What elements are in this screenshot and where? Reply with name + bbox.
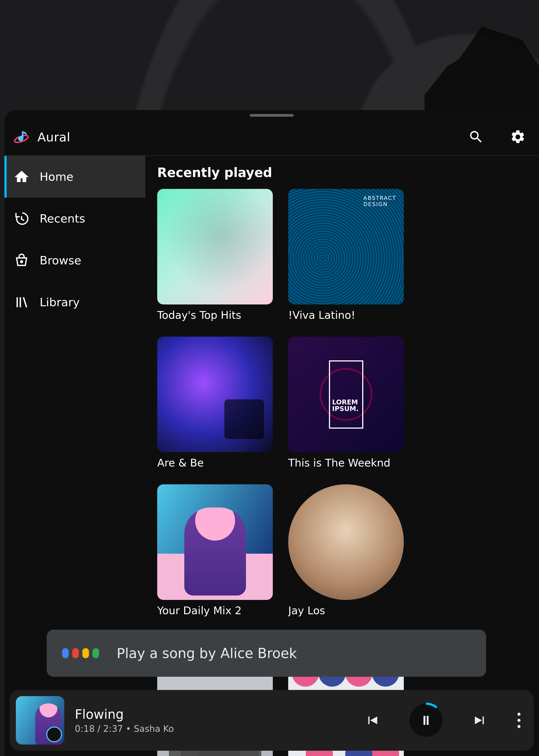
more-options-button[interactable] bbox=[517, 713, 520, 728]
card-label: !Viva Latino! bbox=[288, 309, 404, 321]
art-overlay-subtext: DESIGN bbox=[363, 201, 396, 207]
app-logo-icon bbox=[13, 129, 30, 145]
skip-previous-button[interactable] bbox=[363, 712, 381, 729]
art-overlay-text bbox=[329, 360, 363, 429]
playlist-card[interactable]: ABSTRACTDESIGN !Viva Latino! bbox=[288, 189, 404, 321]
assistant-logo-icon bbox=[62, 648, 99, 658]
home-icon bbox=[14, 169, 29, 184]
album-art: ABSTRACTDESIGN bbox=[288, 189, 404, 304]
now-playing-controls bbox=[363, 704, 520, 737]
now-playing-bar[interactable]: Flowing 0:18 / 2:37 • Sasha Ko bbox=[10, 690, 534, 751]
playlist-card[interactable]: This is The Weeknd bbox=[288, 337, 404, 469]
now-playing-meta: Flowing 0:18 / 2:37 • Sasha Ko bbox=[75, 707, 174, 734]
card-label: Jay Los bbox=[288, 604, 404, 617]
skip-next-button[interactable] bbox=[471, 712, 489, 729]
section-title-recently-played: Recently played bbox=[157, 165, 527, 180]
art-overlay-text: ABSTRACT bbox=[363, 195, 396, 201]
settings-button[interactable] bbox=[509, 128, 527, 146]
more-vert-icon bbox=[517, 713, 520, 716]
now-playing-artist: Sasha Ko bbox=[134, 723, 174, 734]
sidebar-item-recents[interactable]: Recents bbox=[4, 198, 145, 240]
app-title: Aural bbox=[38, 130, 70, 144]
sidebar-item-home[interactable]: Home bbox=[4, 156, 145, 198]
sidebar-item-library[interactable]: Library bbox=[4, 281, 145, 323]
app-header: Aural bbox=[4, 118, 539, 156]
album-art bbox=[157, 189, 273, 304]
album-art bbox=[157, 484, 273, 600]
svg-point-2 bbox=[20, 261, 23, 263]
history-icon bbox=[14, 211, 29, 226]
playlist-card[interactable]: Are & Be bbox=[157, 337, 273, 469]
now-playing-duration: 2:37 bbox=[103, 723, 123, 734]
now-playing-elapsed: 0:18 bbox=[75, 723, 95, 734]
assistant-query-text: Play a song by Alice Broek bbox=[117, 645, 297, 661]
now-playing-subtitle: 0:18 / 2:37 • Sasha Ko bbox=[75, 723, 174, 734]
svg-point-1 bbox=[18, 136, 23, 141]
album-art bbox=[288, 337, 404, 452]
library-icon bbox=[14, 295, 29, 310]
artist-card[interactable]: Jay Los bbox=[288, 484, 404, 617]
browse-icon bbox=[14, 253, 29, 268]
drag-handle[interactable] bbox=[250, 114, 294, 117]
album-art bbox=[157, 337, 273, 452]
card-label: Your Daily Mix 2 bbox=[157, 604, 273, 617]
card-label: Today's Top Hits bbox=[157, 309, 273, 321]
search-icon bbox=[468, 129, 484, 145]
now-playing-art bbox=[16, 696, 64, 745]
pause-icon bbox=[418, 713, 434, 728]
search-button[interactable] bbox=[467, 128, 485, 146]
playlist-card[interactable]: Today's Top Hits bbox=[157, 189, 273, 321]
assistant-bubble[interactable]: Play a song by Alice Broek bbox=[47, 630, 486, 677]
sidebar-item-label: Browse bbox=[39, 254, 81, 267]
play-pause-button[interactable] bbox=[410, 704, 442, 737]
card-label: Are & Be bbox=[157, 457, 273, 469]
artist-art bbox=[288, 484, 404, 600]
sidebar-item-label: Recents bbox=[39, 212, 85, 225]
now-playing-title: Flowing bbox=[75, 707, 174, 722]
playlist-card[interactable]: Your Daily Mix 2 bbox=[157, 484, 273, 617]
skip-next-icon bbox=[472, 713, 488, 728]
gear-icon bbox=[510, 129, 526, 145]
card-label: This is The Weeknd bbox=[288, 457, 404, 469]
recently-played-grid: Today's Top Hits ABSTRACTDESIGN !Viva La… bbox=[157, 189, 527, 617]
sidebar-item-label: Home bbox=[39, 170, 74, 184]
app-panel: Aural Home Recents Browse Library bbox=[4, 110, 539, 756]
sidebar-item-browse[interactable]: Browse bbox=[4, 240, 145, 281]
sidebar-item-label: Library bbox=[39, 296, 80, 309]
skip-previous-icon bbox=[364, 713, 380, 728]
